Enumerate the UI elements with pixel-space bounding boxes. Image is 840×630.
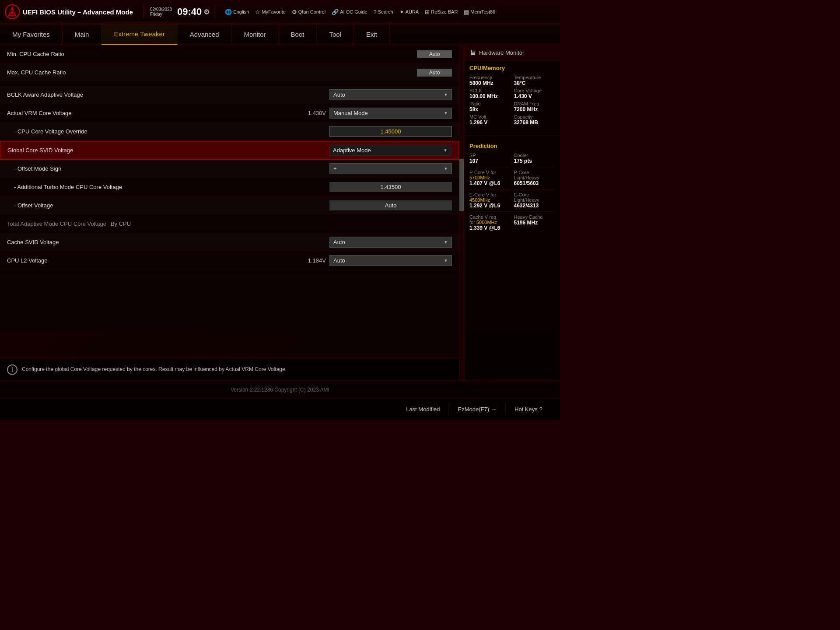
nav-english-label: English	[233, 9, 249, 14]
question-icon: ?	[374, 9, 377, 15]
setting-label-total-adaptive: Total Adaptive Mode CPU Core Voltage	[7, 220, 106, 227]
tab-exit[interactable]: Exit	[354, 24, 390, 45]
setting-value-text-cpu-l2: 1.184V	[302, 257, 326, 264]
pcore-lh-cell: P-Core Light/Heavy 6051/5603	[514, 170, 555, 186]
dropdown-value-cpu-l2: Auto	[333, 257, 345, 264]
settings-icon[interactable]: ⚙	[203, 8, 210, 16]
tab-main[interactable]: Main	[63, 24, 102, 45]
sidebar-divider	[464, 135, 560, 136]
setting-additional-turbo: - Additional Turbo Mode CPU Core Voltage…	[0, 178, 459, 196]
chevron-down-icon: ▼	[444, 92, 448, 97]
scrollbar-thumb[interactable]	[459, 159, 464, 211]
cache-v-for-label: Cache V req	[469, 214, 511, 220]
tab-extreme-label: Extreme Tweaker	[114, 30, 164, 38]
chevron-down-icon: ▼	[443, 148, 448, 153]
tab-favorites-label: My Favorites	[12, 31, 50, 38]
tab-advanced[interactable]: Advanced	[178, 24, 232, 45]
scrollbar-track[interactable]	[459, 45, 464, 381]
tab-boot[interactable]: Boot	[279, 24, 317, 45]
svg-point-4	[11, 11, 14, 14]
sp-label: SP	[469, 153, 511, 158]
last-modified-button[interactable]: Last Modified	[397, 402, 448, 416]
monitor-icon: 🖥	[469, 49, 476, 56]
prediction-divider-3	[469, 211, 555, 212]
setting-label-min-cpu-cache-ratio: Min. CPU Cache Ratio	[7, 51, 417, 57]
tab-monitor[interactable]: Monitor	[232, 24, 279, 45]
setting-dropdown-global-svid[interactable]: Adaptive Mode ▼	[329, 145, 452, 156]
tab-favorites[interactable]: My Favorites	[0, 24, 63, 45]
version-text: Version 2.22.1286 Copyright (C) 2023 AMI	[231, 387, 329, 393]
nav-english[interactable]: 🌐 English	[222, 7, 252, 17]
setting-input-offset-voltage[interactable]: Auto	[329, 200, 452, 210]
tab-tool-label: Tool	[329, 31, 341, 38]
setting-label-actual-vrm: Actual VRM Core Voltage	[7, 110, 302, 116]
nav-search-label: Search	[378, 9, 393, 14]
setting-label-global-svid: Global Core SVID Voltage	[7, 147, 329, 154]
setting-min-cpu-cache-ratio: Min. CPU Cache Ratio Auto	[0, 45, 459, 63]
setting-bclk-adaptive: BCLK Aware Adaptive Voltage Auto ▼	[0, 86, 459, 104]
cache-v-value: 1.339 V @L6	[469, 225, 511, 231]
nav-qfan[interactable]: ⚙ Qfan Control	[289, 7, 328, 17]
cache-v-for-label2: for 5000MHz	[469, 220, 511, 225]
header-divider-2	[216, 5, 216, 18]
fan-icon: ⚙	[292, 9, 297, 15]
ecore-v-for-label: E-Core V for	[469, 192, 511, 197]
core-voltage-value: 1.430 V	[514, 93, 555, 99]
content-area: Min. CPU Cache Ratio Auto Max. CPU Cache…	[0, 45, 459, 381]
setting-label-offset-mode-sign: - Offset Mode Sign	[7, 165, 329, 172]
header-title: UEFI BIOS Utility – Advanced Mode	[23, 8, 133, 16]
version-footer: Version 2.22.1286 Copyright (C) 2023 AMI	[0, 381, 560, 398]
ecore-lh-cell: E-Core Light/Heavy 4632/4313	[514, 192, 555, 209]
setting-input-cpu-core-override[interactable]: 1.45000	[329, 126, 452, 137]
ecore-v-value: 1.292 V @L6	[469, 203, 511, 209]
setting-input-additional-turbo[interactable]: 1.43500	[329, 182, 452, 192]
cooler-cell: Cooler 175 pts	[514, 153, 555, 164]
setting-value-max-cpu-cache-ratio: Auto	[417, 69, 452, 77]
tab-advanced-label: Advanced	[190, 31, 219, 38]
setting-dropdown-actual-vrm[interactable]: Manual Mode ▼	[329, 108, 452, 119]
ecore-v-cell: E-Core V for 4500MHz 1.292 V @L6	[469, 192, 511, 209]
tab-bar: My Favorites Main Extreme Tweaker Advanc…	[0, 24, 560, 45]
setting-label-additional-turbo: - Additional Turbo Mode CPU Core Voltage	[7, 184, 329, 190]
ezmode-arrow-icon: →	[491, 406, 497, 413]
chevron-down-icon: ▼	[444, 111, 448, 116]
aura-icon: ✦	[399, 9, 404, 15]
nav-search[interactable]: ? Search	[371, 7, 396, 17]
nav-memtest[interactable]: ▦ MemTest86	[461, 7, 498, 17]
pcore-v-freq: 5700MHz	[469, 175, 511, 180]
mc-volt-cell: MC Volt. 1.296 V	[469, 114, 511, 126]
setting-dropdown-bclk-adaptive[interactable]: Auto ▼	[329, 89, 452, 100]
star-icon: ☆	[255, 9, 260, 15]
pcore-lh-label: P-Core	[514, 170, 555, 175]
cpu-memory-grid: Frequency 5800 MHz Temperature 38°C BCLK…	[469, 75, 555, 126]
setting-dropdown-cpu-l2[interactable]: Auto ▼	[329, 255, 452, 266]
heavy-cache-cell: Heavy Cache 5196 MHz	[514, 214, 555, 231]
info-text: Configure the global Core Voltage reques…	[22, 366, 287, 373]
nav-resizebar[interactable]: ⊞ ReSize BAR	[422, 7, 460, 17]
ecore-row: E-Core V for 4500MHz 1.292 V @L6 E-Core …	[469, 192, 555, 209]
ratio-cell: Ratio 58x	[469, 101, 511, 112]
cpu-memory-title: CPU/Memory	[469, 65, 555, 71]
sp-cell: SP 107	[469, 153, 511, 164]
tab-extreme-tweaker[interactable]: Extreme Tweaker	[102, 24, 177, 45]
frequency-label: Frequency	[469, 75, 511, 80]
nav-myfavorite[interactable]: ☆ MyFavorite	[252, 7, 288, 17]
bclk-value: 100.00 MHz	[469, 93, 511, 99]
tab-boot-label: Boot	[291, 31, 304, 38]
pcore-v-value: 1.407 V @L6	[469, 180, 511, 186]
temperature-label: Temperature	[514, 75, 555, 80]
main-layout: Min. CPU Cache Ratio Auto Max. CPU Cache…	[0, 45, 560, 381]
setting-dropdown-offset-mode[interactable]: + ▼	[329, 163, 452, 174]
setting-actual-vrm: Actual VRM Core Voltage 1.430V Manual Mo…	[0, 104, 459, 122]
ezmode-button[interactable]: EzMode(F7) →	[448, 402, 505, 416]
tab-tool[interactable]: Tool	[317, 24, 354, 45]
setting-dropdown-cache-svid[interactable]: Auto ▼	[329, 237, 452, 248]
ratio-label: Ratio	[469, 101, 511, 106]
rog-icon-svg	[4, 4, 20, 20]
nav-aioc[interactable]: 🔗 AI OC Guide	[329, 7, 370, 17]
heavy-cache-label: Heavy Cache	[514, 214, 555, 220]
setting-value-min-cpu-cache-ratio: Auto	[417, 50, 452, 58]
nav-aura[interactable]: ✦ AURA	[397, 7, 422, 17]
time-value: 09:40	[177, 6, 202, 18]
hotkeys-button[interactable]: Hot Keys ?	[505, 402, 551, 416]
